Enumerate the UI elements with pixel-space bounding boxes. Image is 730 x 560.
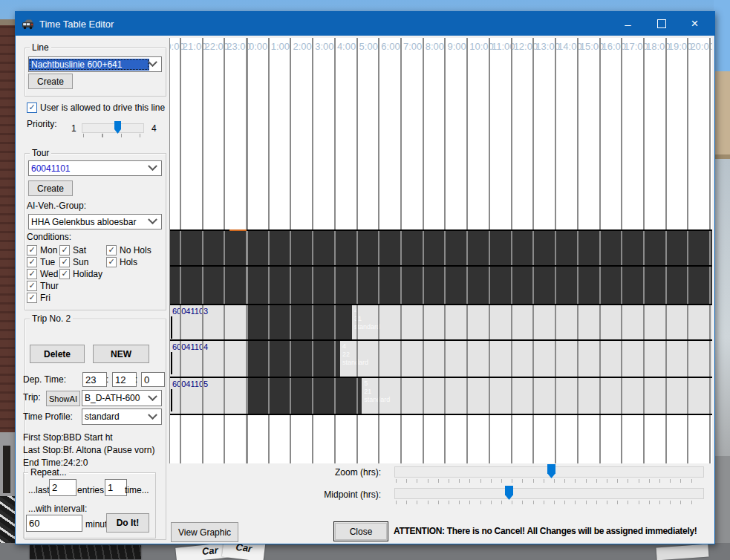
condition-label: Tue: [40, 257, 55, 267]
delete-button[interactable]: Delete: [30, 345, 85, 363]
create-tour-button[interactable]: Create: [28, 180, 73, 196]
conditions-column: ✓Mon✓Tue✓Wed✓Thur✓Fri: [27, 244, 59, 304]
background-poster: [30, 545, 141, 559]
hour-label: 4:00: [337, 41, 356, 52]
tour-combobox[interactable]: 60041101: [28, 160, 162, 176]
hour-gridline: [246, 38, 248, 463]
checkbox-check-icon: ✓: [27, 293, 37, 303]
hour-gridline: [665, 38, 667, 463]
create-line-button[interactable]: Create: [28, 74, 73, 89]
close-window-button[interactable]: ×: [678, 12, 711, 36]
trip-bar-info: 422standard: [342, 342, 368, 367]
condition-label: Hols: [120, 257, 137, 267]
hour-gridline: [268, 38, 270, 463]
tour-combobox-value: 60041101: [29, 163, 149, 175]
show-ai-button[interactable]: ShowAI: [46, 391, 80, 406]
checkbox-check-icon: ✓: [106, 257, 117, 267]
condition-checkbox[interactable]: ✓Hols: [106, 256, 151, 268]
close-button[interactable]: Close: [333, 521, 388, 541]
midpoint-slider-label: Midpoint (hrs):: [276, 489, 381, 500]
titlebar[interactable]: Time Table Editor – ×: [16, 12, 714, 36]
chevron-down-icon: [148, 215, 157, 224]
conditions-grid: ✓Mon✓Tue✓Wed✓Thur✓Fri✓Sat✓Sun✓Holiday✓No…: [27, 244, 151, 304]
condition-checkbox[interactable]: ✓Sun: [59, 256, 106, 268]
condition-checkbox[interactable]: ✓Holiday: [59, 268, 106, 280]
trip-bar[interactable]: [247, 341, 340, 377]
minimize-icon: –: [625, 18, 630, 30]
repeat-times-input[interactable]: 1: [105, 479, 127, 496]
active-band-row[interactable]: [170, 231, 712, 265]
line-groupbox: Line: [25, 48, 166, 97]
repeat-interval-input[interactable]: 60: [26, 515, 82, 532]
background-building-left: [0, 19, 16, 432]
trip-label: Trip:: [23, 392, 41, 403]
hour-gridline: [511, 38, 512, 463]
condition-label: No Hols: [120, 245, 151, 255]
timeline-grid[interactable]: 431standard 60041103 422standard 6004110…: [169, 38, 712, 463]
chevron-down-icon: [148, 410, 157, 420]
conditions-label: Conditions:: [27, 232, 71, 242]
active-band-row[interactable]: [170, 267, 712, 304]
dep-hour-input[interactable]: 23: [82, 372, 107, 387]
repeat-last-label: ...last: [28, 485, 50, 495]
hour-gridline: [577, 38, 579, 463]
trip-row-tick: [171, 316, 172, 339]
selected-time-marker: [229, 229, 247, 231]
conditions-column: ✓No Hols✓Hols: [106, 244, 151, 304]
view-graphic-button[interactable]: View Graphic: [171, 522, 238, 542]
line-combobox[interactable]: Nachtbuslinie 600+641: [28, 56, 162, 72]
repeat-interval-label: ...with intervall:: [28, 504, 87, 514]
trip-combobox[interactable]: B_D-ATH-600: [82, 390, 162, 406]
condition-label: Sun: [73, 257, 88, 267]
checkbox-check-icon: ✓: [59, 269, 70, 279]
close-label: Close: [350, 527, 373, 537]
trip-row[interactable]: 521standard 60041105: [170, 378, 712, 414]
new-label: NEW: [111, 349, 131, 359]
show-ai-label: ShowAI: [49, 394, 77, 403]
hour-label: 3:00: [315, 41, 333, 52]
view-graphic-label: View Graphic: [178, 527, 231, 538]
timeline-separator: [170, 377, 712, 378]
user-allowed-checkbox[interactable]: ✓ User is allowed to drive this line: [27, 102, 165, 114]
condition-checkbox[interactable]: ✓Sat: [59, 244, 106, 256]
first-stop-value: BBD Start ht: [63, 432, 113, 443]
time-profile-combobox[interactable]: standard: [82, 408, 162, 425]
new-button[interactable]: NEW: [93, 345, 149, 363]
trip-row[interactable]: 422standard 60041104: [170, 341, 712, 377]
desktop: Car Car Time Table Editor – ×: [0, 0, 730, 560]
trip-bar[interactable]: [247, 378, 362, 414]
condition-checkbox[interactable]: ✓Tue: [27, 256, 59, 268]
repeat-entries-input[interactable]: 2: [49, 479, 76, 496]
condition-label: Mon: [40, 245, 57, 255]
condition-checkbox[interactable]: ✓Wed: [27, 268, 59, 280]
repeat-times-value: 1: [108, 482, 113, 493]
hour-gridline: [180, 38, 181, 463]
attention-text: ATTENTION: There is no Cancel! All Chang…: [394, 526, 697, 536]
condition-checkbox[interactable]: ✓Thur: [27, 280, 59, 292]
timeline-separator: [170, 414, 712, 415]
trip-bar[interactable]: [247, 305, 352, 339]
repeat-interval-value: 60: [29, 518, 39, 529]
client-area: Line Nachtbuslinie 600+641 Create ✓ User…: [16, 36, 713, 542]
ai-veh-group-combobox[interactable]: HHA Gelenkbus abloesbar: [28, 214, 162, 229]
dep-second-input[interactable]: 0: [141, 372, 165, 387]
first-stop-label: First Stop:: [23, 432, 64, 443]
trip-row[interactable]: 431standard 60041103: [170, 305, 712, 339]
timeline-separator: [170, 229, 712, 231]
hour-gridline: [599, 38, 601, 463]
maximize-button[interactable]: [645, 12, 678, 36]
dep-minute-input[interactable]: 12: [112, 372, 137, 387]
condition-label: Holiday: [73, 269, 102, 279]
condition-checkbox[interactable]: ✓No Hols: [106, 244, 151, 256]
minimize-button[interactable]: –: [611, 12, 645, 36]
condition-checkbox[interactable]: ✓Fri: [27, 292, 59, 304]
condition-checkbox[interactable]: ✓Mon: [27, 244, 59, 256]
midpoint-slider-track[interactable]: [394, 488, 704, 499]
create-tour-label: Create: [37, 183, 64, 194]
do-it-button[interactable]: Do It!: [106, 513, 149, 533]
hour-gridline: [334, 38, 336, 463]
priority-slider-track[interactable]: [82, 123, 144, 133]
hour-gridline: [312, 38, 313, 463]
repeat-times-label: time...: [125, 485, 149, 495]
checkbox-check-icon: ✓: [27, 269, 37, 279]
